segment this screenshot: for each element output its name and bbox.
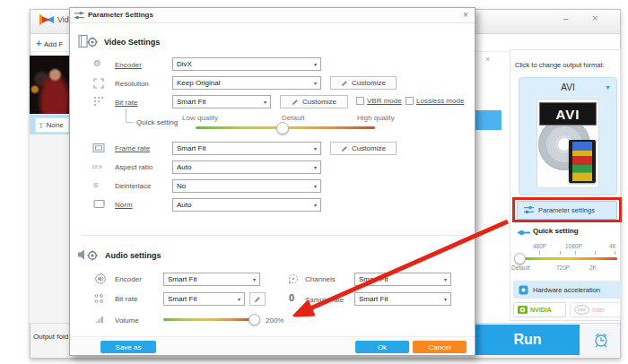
dialog-title: Parameter Settings bbox=[88, 11, 153, 19]
norm-value: Auto bbox=[177, 201, 191, 209]
alarm-clock-icon[interactable] bbox=[593, 332, 609, 348]
channels-icon bbox=[288, 273, 299, 284]
customize-label: Customize bbox=[302, 98, 336, 106]
dropdown-caret-icon: ▾ bbox=[444, 277, 447, 282]
section-divider bbox=[81, 235, 467, 236]
deinterlace-dropdown[interactable]: No ▾ bbox=[172, 179, 321, 193]
panel-slider-thumb[interactable] bbox=[514, 253, 526, 264]
framerate-customize-button[interactable]: Customize bbox=[330, 142, 397, 155]
scale-tick bbox=[539, 251, 540, 255]
avi-banner: AVI bbox=[539, 102, 597, 126]
run-button[interactable]: Run bbox=[475, 325, 580, 355]
low-quality-label: Low quality bbox=[182, 114, 218, 122]
deinterlace-icon: ≡ bbox=[93, 180, 99, 190]
deinterlace-label: Deinterlace bbox=[115, 182, 151, 190]
video-bitrate-value: Smart Fit bbox=[177, 98, 205, 106]
svg-text:intel: intel bbox=[578, 307, 586, 312]
resolution-customize-button[interactable]: Customize bbox=[330, 76, 397, 90]
vbr-mode-label[interactable]: VBR mode bbox=[367, 97, 402, 105]
video-thumbnail[interactable] bbox=[30, 56, 70, 114]
quick-setting-label: Quick setting bbox=[533, 227, 579, 235]
audio-bitrate-dropdown[interactable]: Smart Fit ▾ bbox=[163, 292, 245, 306]
hardware-acceleration-icon bbox=[519, 285, 528, 295]
pencil-icon bbox=[341, 80, 348, 87]
dropdown-caret-icon: ▾ bbox=[314, 62, 317, 67]
volume-icon bbox=[94, 314, 105, 324]
format-dropdown-caret-icon[interactable]: ▼ bbox=[605, 84, 611, 91]
format-name[interactable]: AVI bbox=[519, 82, 617, 92]
dropdown-caret-icon: ▾ bbox=[253, 277, 256, 282]
output-format-header: Click to change output format: bbox=[515, 61, 605, 69]
center-panel-close-icon[interactable]: × bbox=[485, 56, 490, 64]
minimize-icon[interactable]: – bbox=[563, 14, 569, 23]
avi-banner-label: AVI bbox=[556, 107, 580, 122]
norm-icon bbox=[93, 199, 105, 209]
nvidia-chip[interactable]: NVIDIA bbox=[513, 302, 566, 317]
scale-tick bbox=[575, 251, 576, 255]
window-close-icon[interactable]: × bbox=[592, 13, 597, 23]
scale-tick bbox=[595, 251, 596, 255]
encoder-icon: ⚙ bbox=[93, 58, 101, 68]
quality-slider-thumb[interactable] bbox=[276, 122, 289, 134]
framerate-label[interactable]: Frame rate bbox=[115, 144, 150, 152]
panel-quality-slider[interactable] bbox=[519, 257, 617, 260]
sample-rate-icon: 0 bbox=[289, 292, 294, 303]
norm-dropdown[interactable]: Auto ▾ bbox=[172, 198, 321, 212]
add-files-label: Add F bbox=[44, 40, 63, 48]
video-encoder-dropdown[interactable]: DivX ▾ bbox=[172, 57, 321, 71]
video-encoder-label[interactable]: Encoder bbox=[115, 61, 142, 69]
norm-label[interactable]: Norm bbox=[115, 201, 133, 209]
volume-slider[interactable] bbox=[163, 318, 253, 321]
dropdown-caret-icon: ▾ bbox=[314, 165, 317, 170]
high-quality-label: High quality bbox=[357, 114, 395, 122]
subtitle-selector[interactable]: T None bbox=[35, 117, 69, 133]
audio-encoder-icon bbox=[95, 273, 106, 284]
sample-rate-label: Sample rate bbox=[305, 296, 344, 304]
dropdown-caret-icon: ▾ bbox=[314, 203, 317, 208]
video-settings-header: Video Settings bbox=[104, 38, 160, 47]
audio-bitrate-edit-button[interactable] bbox=[249, 292, 266, 306]
quick-setting-connector bbox=[126, 108, 134, 123]
framerate-dropdown[interactable]: Smart Fit ▾ bbox=[172, 142, 321, 155]
video-bitrate-dropdown[interactable]: Smart Fit ▾ bbox=[172, 95, 271, 108]
subtitle-value: None bbox=[47, 121, 64, 129]
channels-value: Smart Fit bbox=[359, 275, 388, 283]
dropdown-caret-icon: ▾ bbox=[314, 184, 317, 189]
lossless-mode-checkbox[interactable] bbox=[406, 97, 414, 105]
scale-tick bbox=[615, 251, 615, 255]
dialog-close-icon[interactable]: × bbox=[463, 10, 468, 20]
bitrate-icon bbox=[93, 96, 104, 107]
aspect-ratio-value: Auto bbox=[177, 163, 191, 171]
app-logo-icon bbox=[39, 13, 55, 26]
dropdown-caret-icon: ▾ bbox=[444, 297, 447, 302]
framerate-value: Smart Fit bbox=[177, 144, 205, 152]
add-files-button[interactable]: + Add F bbox=[36, 38, 63, 48]
lossless-mode-label[interactable]: Lossless mode bbox=[416, 97, 464, 105]
hidden-blue-button[interactable] bbox=[471, 110, 502, 130]
dialog-quick-setting-label: Quick setting bbox=[136, 118, 178, 126]
ok-button[interactable]: Ok bbox=[355, 341, 409, 353]
aspect-ratio-dropdown[interactable]: Auto ▾ bbox=[172, 160, 321, 174]
channels-dropdown[interactable]: Smart Fit ▾ bbox=[354, 273, 451, 286]
nvidia-logo-icon bbox=[518, 305, 528, 315]
save-as-button[interactable]: Save as bbox=[100, 341, 156, 353]
scale-480p: 480P bbox=[533, 243, 546, 249]
audio-bitrate-label: Bit rate bbox=[115, 295, 137, 303]
scale-default: Default bbox=[511, 264, 530, 271]
subtitle-t-icon: T bbox=[39, 121, 44, 130]
volume-slider-thumb[interactable] bbox=[249, 314, 260, 325]
audio-encoder-dropdown[interactable]: Smart Fit ▾ bbox=[163, 273, 260, 286]
intel-chip[interactable]: intel Intel bbox=[570, 302, 621, 317]
video-bitrate-label[interactable]: Bit rate bbox=[115, 99, 137, 107]
audio-encoder-label: Encoder bbox=[115, 275, 142, 283]
channels-label: Channels bbox=[305, 275, 336, 283]
video-resolution-value: Keep Original bbox=[177, 79, 220, 87]
video-encoder-value: DivX bbox=[177, 60, 192, 68]
sample-rate-dropdown[interactable]: Smart Fit ▾ bbox=[354, 292, 451, 306]
vbr-mode-checkbox[interactable] bbox=[356, 97, 364, 105]
scale-4k: 4K bbox=[609, 243, 616, 249]
video-resolution-dropdown[interactable]: Keep Original ▾ bbox=[172, 76, 321, 90]
cancel-button[interactable]: Cancel bbox=[413, 341, 467, 353]
hardware-acceleration-button[interactable]: Hardware acceleration bbox=[513, 281, 621, 299]
bitrate-customize-button[interactable]: Customize bbox=[280, 95, 348, 108]
